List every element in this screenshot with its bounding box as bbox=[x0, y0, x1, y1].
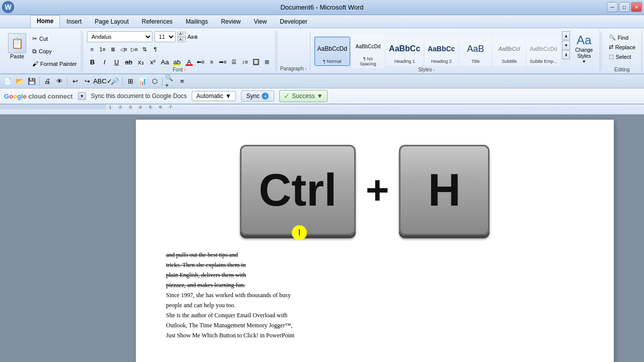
italic-btn[interactable]: I bbox=[99, 56, 110, 67]
h-label: H bbox=[428, 164, 461, 216]
preview-btn[interactable]: 👁 bbox=[54, 76, 65, 87]
align-center-btn[interactable]: ≡ bbox=[207, 57, 217, 67]
minimize-btn[interactable]: ─ bbox=[607, 2, 618, 12]
replace-icon: ⇄ bbox=[609, 44, 613, 50]
save-btn[interactable]: 💾 bbox=[26, 76, 37, 87]
list-bullet-btn[interactable]: ≡ bbox=[87, 44, 97, 54]
undo-btn[interactable]: ↩ bbox=[69, 76, 80, 87]
tab-view[interactable]: View bbox=[248, 16, 274, 28]
tb-sep1 bbox=[39, 77, 40, 86]
cut-button[interactable]: ✂ Cut bbox=[30, 35, 79, 43]
multilevel-list-btn[interactable]: ≣ bbox=[108, 44, 118, 54]
doc-line-5: Since 1997, she has worked with thousand… bbox=[166, 291, 584, 300]
style-nospace-preview: AaBbCcDd bbox=[355, 36, 382, 56]
tab-insert[interactable]: Insert bbox=[60, 16, 88, 28]
increase-indent-btn[interactable]: ▷≡ bbox=[129, 44, 139, 54]
font-selector[interactable]: Andalus bbox=[87, 31, 152, 42]
sort-btn[interactable]: ⇅ bbox=[140, 44, 150, 54]
text-effect-btn[interactable]: Aa bbox=[159, 56, 171, 67]
align-right-btn[interactable]: ➡≡ bbox=[218, 57, 228, 67]
find-icon: 🔍 bbox=[609, 34, 616, 41]
style-title[interactable]: AaB Title bbox=[459, 37, 492, 66]
close-btn[interactable]: ✕ bbox=[631, 2, 642, 12]
style-normal[interactable]: AaBbCcDd ¶ Normal bbox=[314, 37, 350, 66]
restore-btn[interactable]: □ bbox=[619, 2, 630, 12]
bold-btn[interactable]: B bbox=[87, 56, 98, 67]
subscript-btn[interactable]: x₂ bbox=[135, 56, 146, 67]
align-left-btn[interactable]: ⬅≡ bbox=[196, 57, 206, 67]
table-btn[interactable]: ⊞ bbox=[125, 76, 136, 87]
editing-label: Editing bbox=[603, 67, 641, 72]
clear-format-btn[interactable]: Aa⊗ bbox=[188, 32, 198, 42]
copy-button[interactable]: ⧉ Copy bbox=[30, 47, 79, 55]
research-btn[interactable]: 🔎 bbox=[109, 76, 120, 87]
select-button[interactable]: ⬚ Select bbox=[606, 52, 638, 61]
office-button[interactable]: W bbox=[2, 1, 14, 13]
justify-btn[interactable]: ☰ bbox=[229, 57, 239, 67]
strikethrough-btn[interactable]: ab bbox=[123, 56, 134, 67]
size-selector[interactable]: 11 bbox=[154, 31, 176, 42]
gcc-dropdown[interactable]: ▼ bbox=[78, 92, 86, 100]
extra-btn[interactable]: ≡ bbox=[177, 76, 188, 87]
style-subtle-em[interactable]: AaBbCcDd Subtle Emp... bbox=[527, 37, 560, 66]
style-h2-preview: AaBbCc bbox=[428, 39, 455, 59]
tab-developer[interactable]: Developer bbox=[273, 16, 314, 28]
select-icon: ⬚ bbox=[609, 53, 614, 60]
sync-option-dropdown[interactable]: Automatic ▼ bbox=[192, 91, 235, 101]
tab-references[interactable]: References bbox=[135, 16, 179, 28]
borders-btn[interactable]: ⊞ bbox=[262, 57, 272, 67]
style-subtitle[interactable]: AaBbCcI Subtitle bbox=[493, 37, 525, 66]
styles-scroll-up[interactable]: ▲ bbox=[562, 31, 570, 40]
list-numbered-btn[interactable]: 1≡ bbox=[98, 44, 108, 54]
underline-btn[interactable]: U bbox=[111, 56, 122, 67]
change-styles-button[interactable]: Aa ChangeStyles ▼ bbox=[571, 31, 597, 71]
superscript-btn[interactable]: x² bbox=[147, 56, 158, 67]
increase-font-btn[interactable]: A↑ bbox=[178, 32, 186, 37]
tab-review[interactable]: Review bbox=[214, 16, 247, 28]
style-heading1[interactable]: AaBbCc Heading 1 bbox=[386, 37, 423, 66]
decrease-font-btn[interactable]: A↓ bbox=[178, 37, 186, 42]
style-h1-label: Heading 1 bbox=[394, 59, 415, 64]
sync-description: Sync this document to Google Docs bbox=[91, 93, 187, 100]
new-btn[interactable]: 📄 bbox=[2, 76, 13, 87]
success-button[interactable]: ✓ Success ▼ bbox=[279, 90, 327, 102]
paste-button[interactable]: 📋 Paste bbox=[4, 31, 30, 71]
format-painter-icon: 🖌 bbox=[32, 60, 38, 67]
print-btn[interactable]: 🖨 bbox=[42, 76, 53, 87]
decrease-indent-btn[interactable]: ◁≡ bbox=[119, 44, 129, 54]
para-expander[interactable]: ⬦ bbox=[304, 66, 307, 71]
line-spacing-btn[interactable]: ↕≡ bbox=[240, 57, 250, 67]
style-subtle-preview: AaBbCcDd bbox=[530, 39, 557, 59]
toolbar-area: 📄 📂 💾 🖨 👁 ↩ ↪ ABC✓ 🔎 ⊞ 📊 ⬡ 🔍+ ≡ bbox=[0, 74, 644, 88]
sync-button[interactable]: Sync + bbox=[241, 90, 275, 102]
show-marks-btn[interactable]: ¶ bbox=[150, 44, 160, 54]
highlight-btn[interactable]: ab bbox=[172, 56, 183, 67]
page-wrapper[interactable]: Ctrl + H I and pulls out the best tips a… bbox=[106, 115, 644, 362]
replace-button[interactable]: ⇄ Replace bbox=[606, 43, 638, 51]
redo-btn[interactable]: ↪ bbox=[82, 76, 93, 87]
gcc-bar: Google cloud connect ▼ Sync this documen… bbox=[0, 88, 644, 105]
chart-btn[interactable]: 📊 bbox=[137, 76, 148, 87]
style-no-spacing[interactable]: AaBbCcDd ¶ No Spacing bbox=[352, 34, 385, 68]
spell-btn[interactable]: ABC✓ bbox=[97, 76, 108, 87]
open-btn[interactable]: 📂 bbox=[14, 76, 25, 87]
font-group: Andalus 11 A↑ A↓ Aa⊗ ≡ 1≡ ≣ ◁≡ ▷≡ bbox=[84, 30, 276, 72]
styles-expander[interactable]: ⬦ bbox=[433, 67, 435, 72]
shading-btn[interactable]: 🔲 bbox=[251, 57, 261, 67]
tab-mailings[interactable]: Mailings bbox=[179, 16, 214, 28]
font-expander[interactable]: ⬦ bbox=[184, 67, 186, 72]
paste-label: Paste bbox=[10, 53, 24, 59]
tab-home[interactable]: Home bbox=[30, 15, 60, 28]
styles-expand[interactable]: ⬇ bbox=[562, 50, 570, 59]
find-button[interactable]: 🔍 Find bbox=[606, 33, 638, 42]
ruler-container: ·1· ·2· ·3· ·4· ·5· ·6· ·7· bbox=[0, 105, 644, 110]
document-page: Ctrl + H I and pulls out the best tips a… bbox=[136, 120, 614, 362]
editing-group: 🔍 Find ⇄ Replace ⬚ Select Editing bbox=[603, 30, 642, 72]
tab-page-layout[interactable]: Page Layout bbox=[88, 16, 135, 28]
zoom-in-btn[interactable]: 🔍+ bbox=[165, 76, 176, 87]
font-color-btn[interactable]: A bbox=[184, 56, 195, 67]
styles-scroll-down[interactable]: ▼ bbox=[562, 41, 570, 50]
shapes-btn[interactable]: ⬡ bbox=[149, 76, 160, 87]
format-painter-button[interactable]: 🖌 Format Painter bbox=[30, 60, 79, 68]
style-heading2[interactable]: AaBbCc Heading 2 bbox=[425, 37, 458, 66]
